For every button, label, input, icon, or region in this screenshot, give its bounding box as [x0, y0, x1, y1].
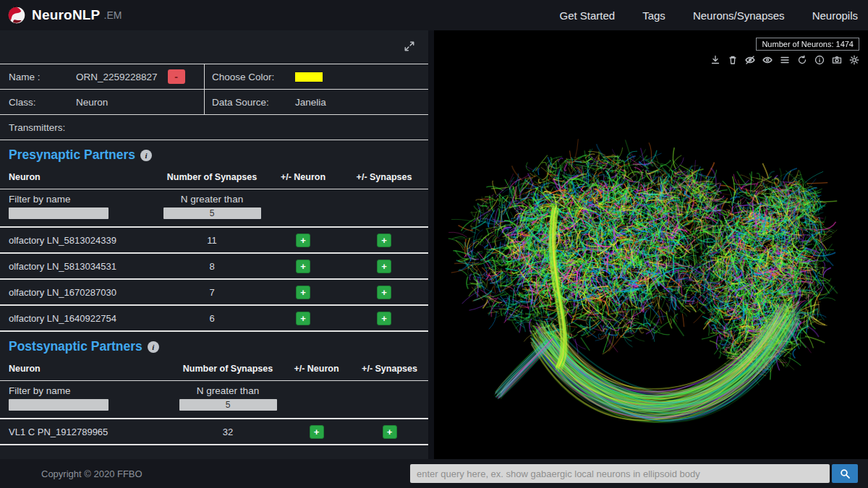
neuron-count-badge: Number of Neurons: 1474: [756, 38, 859, 51]
info-icon[interactable]: [814, 55, 825, 65]
add-neuron-button[interactable]: +: [296, 286, 310, 299]
app-root: NeuroNLP .EM Get Started Tags Neurons/Sy…: [0, 0, 868, 488]
add-neuron-button[interactable]: +: [296, 312, 310, 325]
presynaptic-section-title: Presynaptic Partners i: [0, 140, 428, 166]
presynaptic-name-filter-input[interactable]: [9, 207, 109, 219]
presynaptic-info-icon[interactable]: i: [140, 150, 152, 161]
postsynaptic-header-row: Neuron Number of Synapses +/- Neuron +/-…: [0, 358, 428, 381]
neuron-3d-viewer[interactable]: Number of Neurons: 1474: [434, 30, 868, 459]
postsynaptic-filter-row: Filter by name N greater than: [0, 381, 428, 419]
copyright-text: Copyright © 2020 FFBO: [41, 468, 142, 479]
table-row: olfactory LN_5813034531 8 + +: [0, 254, 428, 280]
class-label: Class:: [0, 90, 67, 114]
table-row: olfactory LN_1670287030 7 + +: [0, 280, 428, 306]
table-row: olfactory LN_5813024339 11 + +: [0, 228, 428, 254]
add-synapses-button[interactable]: +: [377, 286, 391, 299]
nav-tags[interactable]: Tags: [642, 9, 665, 22]
eye-slash-icon[interactable]: [745, 55, 755, 65]
neuron-name-value: ORN_2259228827: [76, 72, 158, 82]
remove-neuron-button[interactable]: -: [168, 69, 185, 84]
col-num-synapses: Number of Synapses: [174, 364, 282, 374]
add-neuron-button[interactable]: +: [296, 260, 310, 273]
partner-name: olfactory LN_5813024339: [0, 235, 158, 246]
color-swatch[interactable]: [295, 72, 323, 82]
panel-divider: [428, 30, 434, 459]
synapse-count: 8: [158, 261, 266, 272]
transmitters-row: Transmitters:: [0, 115, 428, 140]
partner-name: olfactory LN_1670287030: [0, 287, 158, 298]
panel-top: [0, 30, 428, 64]
synapse-count: 7: [158, 287, 266, 298]
neuron-info-panel: Name : ORN_2259228827 - Choose Color: Cl…: [0, 30, 428, 459]
filter-by-name-label: Filter by name: [9, 194, 158, 205]
nav-menu: Get Started Tags Neurons/Synapses Neurop…: [532, 9, 858, 22]
table-row: VL1 C PN_1912789965 32 + +: [0, 419, 428, 445]
partner-name: olfactory LN_5813034531: [0, 261, 158, 272]
col-num-synapses: Number of Synapses: [158, 172, 266, 182]
query-input[interactable]: [410, 464, 830, 483]
postsynaptic-title: Postsynaptic Partners: [9, 339, 142, 354]
col-plusminus-neuron: +/- Neuron: [266, 172, 340, 182]
partner-name: VL1 C PN_1912789965: [0, 427, 174, 437]
top-navbar: NeuroNLP .EM Get Started Tags Neurons/Sy…: [0, 0, 868, 30]
partner-name: olfactory LN_1640922754: [0, 313, 158, 324]
nav-get-started[interactable]: Get Started: [559, 9, 615, 22]
neuron-render-canvas[interactable]: [434, 30, 868, 459]
col-plusminus-synapses: +/- Synapses: [340, 172, 428, 182]
brand-suffix: .EM: [104, 9, 122, 21]
synapse-count: 32: [174, 427, 282, 437]
refresh-icon[interactable]: [797, 55, 807, 65]
class-value: Neuron: [76, 97, 108, 108]
add-synapses-button[interactable]: +: [377, 234, 391, 247]
list-icon[interactable]: [780, 55, 790, 65]
bottom-bar: Copyright © 2020 FFBO: [0, 459, 868, 488]
query-bar: [410, 464, 858, 483]
presynaptic-title: Presynaptic Partners: [9, 147, 135, 163]
n-greater-than-label: N greater than: [174, 385, 282, 396]
viewer-toolbar: [710, 55, 859, 65]
add-synapses-button[interactable]: +: [377, 312, 391, 325]
filter-by-name-label: Filter by name: [9, 385, 174, 396]
synapse-count: 6: [158, 313, 266, 324]
synapse-count: 11: [158, 235, 266, 246]
col-plusminus-neuron: +/- Neuron: [282, 364, 351, 374]
settings-icon[interactable]: [849, 55, 859, 65]
presynaptic-threshold-input[interactable]: [163, 207, 261, 219]
presynaptic-filter-row: Filter by name N greater than: [0, 189, 428, 228]
postsynaptic-info-icon[interactable]: i: [148, 341, 159, 353]
add-synapses-button[interactable]: +: [383, 425, 397, 439]
search-icon: [840, 468, 851, 479]
postsynaptic-name-filter-input[interactable]: [9, 399, 109, 411]
transmitters-label: Transmitters:: [0, 115, 428, 140]
col-neuron: Neuron: [0, 172, 158, 182]
brand-name: NeuroNLP: [32, 7, 101, 23]
postsynaptic-threshold-input[interactable]: [179, 399, 277, 411]
postsynaptic-section-title: Postsynaptic Partners i: [0, 332, 428, 358]
add-neuron-button[interactable]: +: [310, 425, 324, 439]
brand[interactable]: NeuroNLP .EM: [7, 6, 122, 25]
data-source-value: Janelia: [295, 97, 326, 108]
class-row: Class: Neuron Data Source: Janelia: [0, 90, 428, 115]
add-synapses-button[interactable]: +: [377, 260, 391, 273]
neuron-summary-table: Name : ORN_2259228827 - Choose Color: Cl…: [0, 64, 428, 140]
name-row: Name : ORN_2259228827 - Choose Color:: [0, 64, 428, 90]
col-plusminus-synapses: +/- Synapses: [351, 364, 428, 374]
table-row: olfactory LN_1640922754 6 + +: [0, 306, 428, 332]
nav-neuropils[interactable]: Neuropils: [812, 9, 858, 22]
trash-icon[interactable]: [728, 55, 738, 65]
add-neuron-button[interactable]: +: [296, 234, 310, 247]
brand-logo-icon: [7, 6, 26, 25]
nav-neurons-synapses[interactable]: Neurons/Synapses: [693, 9, 785, 22]
camera-icon[interactable]: [832, 55, 842, 65]
main-area: Name : ORN_2259228827 - Choose Color: Cl…: [0, 30, 868, 459]
data-source-label: Data Source:: [205, 90, 288, 114]
download-icon[interactable]: [710, 55, 720, 65]
n-greater-than-label: N greater than: [158, 194, 266, 205]
presynaptic-header-row: Neuron Number of Synapses +/- Neuron +/-…: [0, 166, 428, 189]
name-label: Name :: [0, 64, 67, 89]
choose-color-label: Choose Color:: [205, 64, 288, 89]
eye-icon[interactable]: [762, 55, 773, 65]
search-button[interactable]: [832, 464, 858, 483]
collapse-panel-icon[interactable]: [404, 40, 415, 55]
col-neuron: Neuron: [0, 364, 174, 374]
